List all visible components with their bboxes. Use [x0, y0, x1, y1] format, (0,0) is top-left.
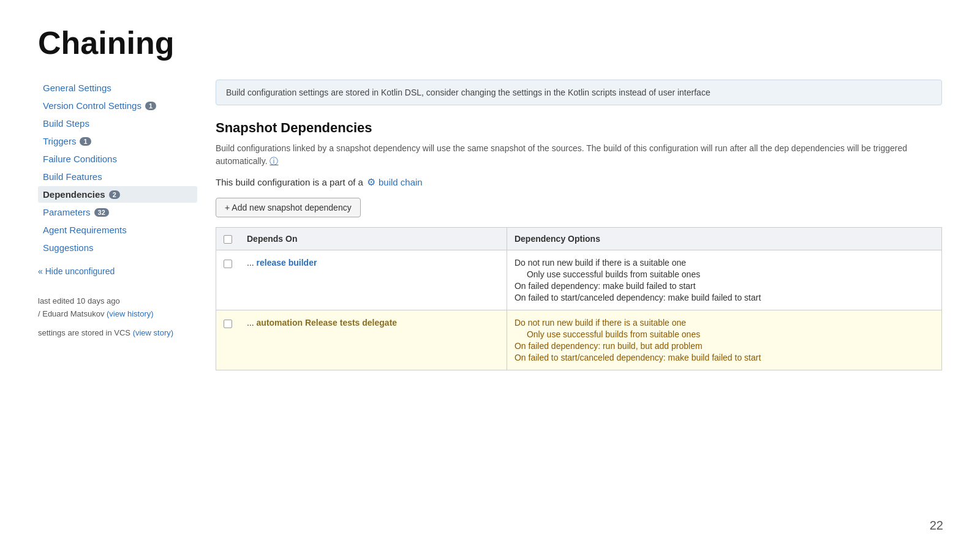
- row1-option-3: On failed dependency: make build failed …: [514, 281, 934, 291]
- info-banner-text: Build configuration settings are stored …: [226, 88, 710, 97]
- row1-prefix: ...: [247, 258, 257, 268]
- build-chain-link-label: build chain: [379, 177, 423, 187]
- chain-icon: ⚙: [367, 176, 375, 188]
- sidebar-link-build-steps[interactable]: Build Steps: [38, 115, 197, 132]
- row2-options: Do not run new build if there is a suita…: [507, 310, 941, 370]
- sidebar-link-build-features[interactable]: Build Features: [38, 168, 197, 185]
- sidebar-link-triggers[interactable]: Triggers 1: [38, 133, 197, 149]
- build-chain-prefix-text: This build configuration is a part of a: [216, 177, 363, 187]
- header-checkbox[interactable]: [224, 235, 232, 244]
- sidebar-badge-parameters: 32: [94, 208, 109, 217]
- sidebar-item-triggers[interactable]: Triggers 1: [38, 133, 197, 149]
- section-description: Build configurations linked by a snapsho…: [216, 142, 942, 168]
- sidebar-item-suggestions[interactable]: Suggestions: [38, 239, 197, 256]
- sidebar-link-suggestions[interactable]: Suggestions: [38, 239, 197, 256]
- row2-option-3: On failed dependency: run build, but add…: [514, 341, 934, 351]
- add-snapshot-dependency-button[interactable]: + Add new snapshot dependency: [216, 198, 361, 217]
- section-title: Snapshot Dependencies: [216, 120, 942, 136]
- hide-unconfigured-link[interactable]: « Hide unconfigured: [38, 264, 197, 278]
- row2-depends-on: ... automation Release tests delegate: [239, 310, 507, 370]
- sidebar-label-build-steps: Build Steps: [43, 118, 89, 129]
- sidebar-label-build-features: Build Features: [43, 171, 102, 182]
- sidebar-link-version-control-settings[interactable]: Version Control Settings 1: [38, 97, 197, 114]
- row1-checkbox-cell: [216, 250, 240, 310]
- sidebar-item-version-control-settings[interactable]: Version Control Settings 1: [38, 97, 197, 114]
- sidebar-badge-triggers: 1: [80, 137, 91, 146]
- sidebar-badge-version-control-settings: 1: [145, 102, 156, 110]
- row2-dep-link[interactable]: automation Release tests delegate: [257, 318, 398, 328]
- page-title: Chaining: [0, 0, 980, 80]
- sidebar-meta: last edited 10 days ago / Eduard Matsuko…: [38, 295, 197, 321]
- row2-checkbox-cell: [216, 310, 240, 370]
- sidebar-item-build-steps[interactable]: Build Steps: [38, 115, 197, 132]
- page-number: 22: [930, 519, 943, 533]
- last-edited-by: / Eduard Matsukov: [38, 309, 104, 318]
- table-row: ... automation Release tests delegate Do…: [216, 310, 942, 370]
- sidebar-link-agent-requirements[interactable]: Agent Requirements: [38, 222, 197, 238]
- main-content: Build configuration settings are stored …: [216, 80, 942, 370]
- sidebar-label-parameters: Parameters: [43, 207, 91, 217]
- row1-option-4: On failed to start/canceled dependency: …: [514, 293, 934, 302]
- sidebar-label-triggers: Triggers: [43, 136, 76, 146]
- row1-dep-link[interactable]: release builder: [257, 258, 317, 268]
- row1-options: Do not run new build if there is a suita…: [507, 250, 941, 310]
- table-header-dependency-options: Dependency Options: [507, 228, 941, 250]
- view-story-link[interactable]: (view story): [133, 328, 173, 337]
- last-edited-label: last edited: [38, 296, 74, 305]
- sidebar-label-version-control-settings: Version Control Settings: [43, 100, 141, 111]
- last-edited-time: 10 days ago: [77, 296, 120, 305]
- table-row: ... release builder Do not run new build…: [216, 250, 942, 310]
- sidebar-label-failure-conditions: Failure Conditions: [43, 154, 117, 164]
- sidebar-link-dependencies[interactable]: Dependencies 2: [38, 186, 197, 203]
- sidebar-nav: General Settings Version Control Setting…: [38, 80, 197, 256]
- sidebar-item-failure-conditions[interactable]: Failure Conditions: [38, 151, 197, 167]
- build-chain-line: This build configuration is a part of a …: [216, 176, 942, 188]
- sidebar-link-parameters[interactable]: Parameters 32: [38, 204, 197, 220]
- view-history-link[interactable]: (view history): [107, 309, 154, 318]
- row2-prefix: ...: [247, 318, 257, 328]
- sidebar-item-parameters[interactable]: Parameters 32: [38, 204, 197, 220]
- sidebar-item-dependencies[interactable]: Dependencies 2: [38, 186, 197, 203]
- vcs-note: settings are stored in VCS (view story): [38, 327, 197, 340]
- dependencies-table: Depends On Dependency Options ... releas…: [216, 227, 942, 370]
- row1-checkbox[interactable]: [224, 260, 232, 268]
- sidebar-label-suggestions: Suggestions: [43, 242, 94, 253]
- section-description-text: Build configurations linked by a snapsho…: [216, 143, 907, 166]
- sidebar-label-dependencies: Dependencies: [43, 189, 105, 200]
- sidebar-item-agent-requirements[interactable]: Agent Requirements: [38, 222, 197, 238]
- row2-checkbox[interactable]: [224, 320, 232, 328]
- row2-option-4: On failed to start/canceled dependency: …: [514, 353, 934, 362]
- row1-option-2: Only use successful builds from suitable…: [514, 269, 934, 279]
- help-link[interactable]: ⓘ: [270, 156, 278, 166]
- sidebar-item-general-settings[interactable]: General Settings: [38, 80, 197, 96]
- row1-options-list: Do not run new build if there is a suita…: [514, 258, 934, 302]
- sidebar-item-build-features[interactable]: Build Features: [38, 168, 197, 185]
- vcs-note-text: settings are stored in VCS: [38, 328, 130, 337]
- sidebar-link-general-settings[interactable]: General Settings: [38, 80, 197, 96]
- sidebar-badge-dependencies: 2: [109, 190, 120, 199]
- build-chain-link[interactable]: ⚙ build chain: [367, 176, 423, 188]
- row1-depends-on: ... release builder: [239, 250, 507, 310]
- sidebar-link-failure-conditions[interactable]: Failure Conditions: [38, 151, 197, 167]
- add-dep-btn-label: + Add new snapshot dependency: [225, 203, 352, 212]
- row2-options-list: Do not run new build if there is a suita…: [514, 318, 934, 362]
- table-header-checkbox: [216, 228, 240, 250]
- row1-option-1: Do not run new build if there is a suita…: [514, 258, 934, 268]
- sidebar: General Settings Version Control Setting…: [38, 80, 197, 370]
- info-banner: Build configuration settings are stored …: [216, 80, 942, 105]
- row2-option-1: Do not run new build if there is a suita…: [514, 318, 934, 328]
- row2-option-2: Only use successful builds from suitable…: [514, 329, 934, 339]
- sidebar-label-agent-requirements: Agent Requirements: [43, 225, 127, 235]
- sidebar-label-general-settings: General Settings: [43, 83, 111, 93]
- table-header-depends-on: Depends On: [239, 228, 507, 250]
